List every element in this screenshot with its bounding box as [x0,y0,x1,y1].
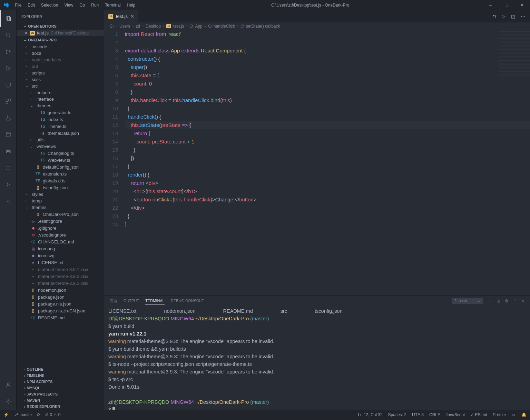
file-item[interactable]: ⓘREADME.md [17,314,104,321]
section-npm scripts[interactable]: ›NPM SCRIPTS [17,379,104,385]
settings-icon[interactable] [0,393,16,410]
menu-run[interactable]: Run [88,1,101,9]
open-editors-section[interactable]: ⌄OPEN EDITORS [17,22,104,30]
git-sync[interactable]: ⟳ [37,412,40,417]
eslint-status[interactable]: ✓ ESLint [470,412,487,417]
panel-tab-debug[interactable]: DEBUG CONSOLE [171,297,204,304]
minimap[interactable] [499,30,530,78]
workspace-section[interactable]: ⌄ONEDARK-PRO [17,36,104,43]
panel-tab-terminal[interactable]: TERMINAL [145,297,165,304]
close-button[interactable]: ✕ [514,0,530,10]
account-icon[interactable] [0,377,16,393]
file-item[interactable]: ◎.eslintignore [17,218,104,224]
new-terminal-icon[interactable]: ＋ [488,298,492,303]
file-item[interactable]: {}package.json [17,293,104,300]
explorer-icon[interactable] [0,10,16,27]
file-item[interactable]: {}tsconfig.json [17,184,104,191]
open-editor-item[interactable]: ✕ JS test.js C:\Users\ztf\Desktop [17,30,104,36]
file-item[interactable]: TSglobals.d.ts [17,177,104,184]
minimize-button[interactable]: ─ [482,0,498,10]
terminal-content[interactable]: LICENSE.txtnodemon.jsonREADME.mdsrctscon… [104,306,530,410]
sidebar-more-icon[interactable]: ⋯ [96,14,99,19]
code-content[interactable]: import React from 'react'export default … [125,30,530,295]
code-editor[interactable]: 123456789101112131415161718192021222324 … [104,30,530,295]
file-item[interactable]: ⊘.vscodeignore [17,231,104,238]
file-item[interactable]: {}package.nls.json [17,300,104,307]
search-icon[interactable] [0,27,16,43]
panel-tab-output[interactable]: OUTPUT [124,297,139,304]
panel-tab-problems[interactable]: 问题 [110,297,117,305]
maximize-panel-icon[interactable]: ⌃ [513,299,517,303]
file-item[interactable]: ◆icon.svg [17,252,104,259]
remote-icon[interactable] [0,77,16,93]
remote-indicator[interactable]: ⚡ [3,412,9,417]
notifications-icon[interactable]: 🔔 [521,412,527,417]
section-outline[interactable]: ›OUTLINE [17,366,104,372]
folder-item[interactable]: ›helpers [17,89,104,96]
menu-edit[interactable]: Edit [25,1,38,9]
file-item[interactable]: {}package.nls.zh-CN.json [17,307,104,314]
folder-item[interactable]: ⌄src [17,83,104,89]
file-item[interactable]: ▫material-theme-3.9.1.vsix [17,266,104,273]
maximize-button[interactable]: ▢ [498,0,514,10]
folder-item[interactable]: ⌄themes [17,204,104,211]
encoding[interactable]: UTF-8 [412,412,424,417]
split-icon[interactable]: ◫ [511,14,515,19]
file-item[interactable]: TSWebview.ts [17,157,104,163]
feedback-icon[interactable]: ☺ [512,412,516,417]
file-item[interactable]: ▦icon.png [17,245,104,252]
extensions-icon[interactable] [0,93,16,110]
file-item[interactable]: {}themeData.json [17,130,104,137]
breadcrumb[interactable]: C:› Users› ztf› Desktop› JStest.js› ⬡App… [104,22,530,30]
section-redis explorer[interactable]: ›REDIS EXPLORER [17,403,104,410]
menu-selection[interactable]: Selection [38,1,61,9]
run-icon[interactable]: ▷ [502,14,506,19]
split-terminal-icon[interactable]: ◫ [497,299,500,303]
more-icon[interactable]: ⋯ [521,14,525,19]
section-timeline[interactable]: ›TIMELINE [17,372,104,379]
file-item[interactable]: ≡LICENSE.txt [17,259,104,266]
section-maven[interactable]: ›MAVEN [17,397,104,403]
errors-warnings[interactable]: ⊘ 0 ⚠ 0 [45,412,60,417]
menu-help[interactable]: Help [124,1,138,9]
file-item[interactable]: ⓘCHANGELOG.md [17,238,104,245]
close-panel-icon[interactable]: ✕ [521,299,524,303]
indentation[interactable]: Spaces: 2 [388,412,406,417]
prettier-status[interactable]: Prettier [493,412,506,417]
source-control-icon[interactable] [0,43,16,60]
azure-icon[interactable]: △ [0,192,16,209]
git-branch[interactable]: ⎇ master [13,412,32,417]
section-java projects[interactable]: ›JAVA PROJECTS [17,391,104,397]
folder-item[interactable]: ›.vscode [17,43,104,50]
folder-item[interactable]: ›styles [17,191,104,198]
close-tab-icon[interactable]: ✕ [130,14,134,19]
menu-go[interactable]: Go [77,1,88,9]
file-item[interactable]: ◆.gitignore [17,224,104,231]
file-item[interactable]: TSindex.ts [17,116,104,123]
cursor-position[interactable]: Ln 12, Col 32 [358,412,382,417]
folder-item[interactable]: ›out [17,63,104,70]
game-icon[interactable]: 🎮 [0,143,16,159]
file-item[interactable]: ▫material-theme-3.9.3.vsix [17,280,104,287]
compare-icon[interactable]: ⇆ [493,14,497,19]
editor-tab[interactable]: JS test.js ✕ [104,10,138,22]
folder-item[interactable]: ›interface [17,96,104,102]
edge-icon[interactable]: ◯ [0,159,16,176]
test-icon[interactable] [0,110,16,126]
close-file-icon[interactable]: ✕ [24,30,28,36]
file-item[interactable]: {}OneDark-Pro.json [17,211,104,218]
kill-terminal-icon[interactable]: 🗑 [505,299,509,303]
eol[interactable]: CRLF [429,412,440,417]
file-item[interactable]: TSChangelog.ts [17,150,104,157]
folder-item[interactable]: ›utils [17,137,104,143]
folder-item[interactable]: ›node_modules [17,57,104,63]
file-item[interactable]: ▫material-theme-3.9.2.vsix [17,273,104,280]
file-item[interactable]: TSgenerator.ts [17,109,104,116]
menu-terminal[interactable]: Terminal [102,1,123,9]
folder-item[interactable]: ›temp [17,198,104,204]
folder-item[interactable]: ⌄themes [17,102,104,109]
folder-item[interactable]: ›docs [17,50,104,57]
file-item[interactable]: {}nodemon.json [17,287,104,293]
folder-item[interactable]: ›scss [17,76,104,83]
db-icon[interactable] [0,126,16,143]
